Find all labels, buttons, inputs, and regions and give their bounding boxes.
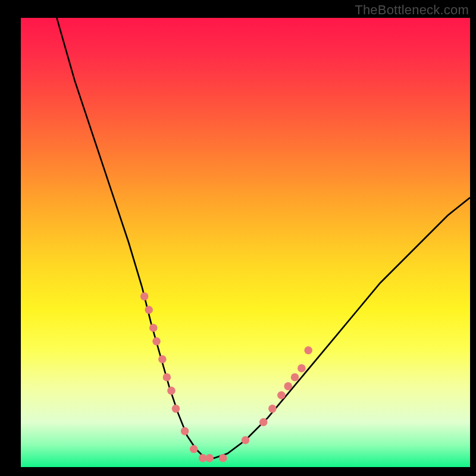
marker-point [172, 405, 180, 413]
marker-point [284, 382, 292, 390]
marker-point [199, 454, 207, 462]
marker-point [167, 387, 176, 395]
marker-point [190, 445, 198, 453]
marker-point [145, 306, 153, 314]
marker-point [219, 454, 227, 462]
marker-point [149, 324, 158, 332]
marker-point [304, 346, 312, 355]
marker-point [242, 436, 250, 444]
marker-point [205, 454, 214, 462]
marker-group [140, 292, 312, 462]
marker-point [163, 373, 171, 381]
marker-point [277, 391, 286, 399]
marker-point [298, 364, 306, 372]
marker-point [152, 337, 161, 346]
marker-point [291, 373, 299, 381]
curve-svg [21, 18, 470, 467]
bottleneck-curve [57, 18, 470, 458]
marker-point [140, 292, 149, 300]
plot-area [21, 18, 470, 467]
watermark-text: TheBottleneck.com [355, 2, 469, 18]
chart-frame: TheBottleneck.com [0, 0, 476, 476]
marker-point [181, 427, 189, 436]
marker-point [259, 418, 268, 427]
marker-point [268, 405, 277, 413]
marker-point [158, 355, 167, 364]
